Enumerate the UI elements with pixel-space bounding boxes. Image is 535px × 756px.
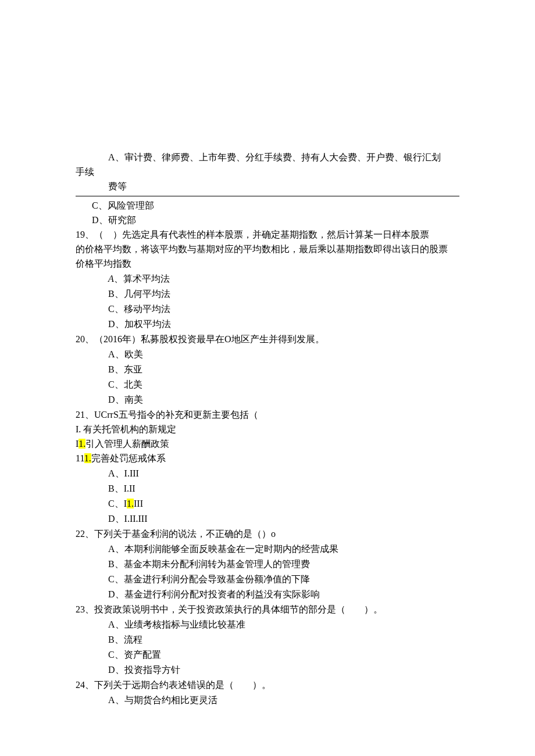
q20-stem: 20、（2016年）私募股权投资最早在O地区产生并得到发展。 xyxy=(76,332,459,346)
q21-option-c: C、I1.III xyxy=(76,497,459,511)
q21-option-c-post: III xyxy=(134,499,143,508)
q19-stem-line2: 的价格平均数，将该平均数与基期对应的平均数相比，最后乘以基期指数即得出该日的股票 xyxy=(76,242,459,256)
q22-option-b: B、基金本期未分配利润转为基金管理人的管理费 xyxy=(76,557,459,571)
post-hr-option-c: C、风险管理部 xyxy=(76,199,459,213)
q21-option-c-highlight: 1. xyxy=(127,499,134,508)
q23-option-d: D、投资指导方针 xyxy=(76,663,459,677)
q21-sub3-highlight: 1. xyxy=(84,453,91,463)
q19-option-a: A、算术平均法 xyxy=(76,272,459,286)
q21-sub3-pre: 11 xyxy=(76,453,84,463)
q19-option-d: D、加权平均法 xyxy=(76,317,459,331)
pre-hr-option-a-line2: 费等 xyxy=(76,180,459,194)
q21-stem: 21、UCrrS五号指令的补充和更新主要包括（ xyxy=(76,408,459,422)
q21-option-b: B、I.II xyxy=(76,482,459,496)
q21-option-d: D、I.II.III xyxy=(76,512,459,526)
q20-option-b: B、东亚 xyxy=(76,363,459,377)
q23-option-a: A、业绩考核指标与业绩比较基准 xyxy=(76,618,459,632)
pre-hr-hand-cont: 手续 xyxy=(76,165,459,179)
q21-option-a: A、I.III xyxy=(76,467,459,481)
post-hr-option-d: D、研究部 xyxy=(76,213,459,227)
q23-option-c: C、资产配置 xyxy=(76,648,459,662)
q22-option-d: D、基金进行利润分配对投资者的利益没有实际影响 xyxy=(76,587,459,601)
q24-option-a: A、与期货合约相比更灵活 xyxy=(76,693,459,707)
q19-option-b: B、几何平均法 xyxy=(76,287,459,301)
q23-stem: 23、投资政策说明书中，关于投资政策执行的具体细节的部分是（ ）。 xyxy=(76,603,459,617)
q19-option-a-letter: A xyxy=(108,274,114,284)
q19-stem-line3: 价格平均指数 xyxy=(76,257,459,271)
pre-hr-option-a-line1: A、审计费、律师费、上市年费、分红手续费、持有人大会费、开户费、银行汇划 xyxy=(76,151,459,164)
q21-sub2: I1.引入管理人薪酬政策 xyxy=(76,437,459,451)
q21-option-c-pre: C、I xyxy=(108,499,127,508)
q21-sub3: 111.完善处罚惩戒体系 xyxy=(76,452,459,465)
q21-sub2-highlight: 1. xyxy=(79,439,85,449)
q21-sub2-post: 引入管理人薪酬政策 xyxy=(85,439,169,449)
q20-option-d: D、南美 xyxy=(76,393,459,407)
q24-stem: 24、下列关于远期合约表述错误的是（ ）。 xyxy=(76,678,459,692)
q20-option-a: A、欧美 xyxy=(76,347,459,361)
q20-option-c: C、北美 xyxy=(76,378,459,392)
horizontal-rule xyxy=(76,196,459,196)
q23-option-b: B、流程 xyxy=(76,633,459,647)
q19-option-a-text: 、算术平均法 xyxy=(114,274,170,284)
q21-sub3-post: 完善处罚惩戒体系 xyxy=(91,453,166,463)
q22-stem: 22、下列关于基金利润的说法，不正确的是（）o xyxy=(76,527,459,541)
q22-option-a: A、本期利润能够全面反映基金在一定时期内的经营成果 xyxy=(76,542,459,556)
q19-option-c: C、移动平均法 xyxy=(76,302,459,316)
q19-stem-line1: 19、（ ）先选定具有代表性的样本股票，并确定基期指数，然后计算某一日样本股票 xyxy=(76,228,459,242)
q22-option-c: C、基金进行利润分配会导致基金份额净值的下降 xyxy=(76,572,459,586)
q21-sub1: I. 有关托管机构的新规定 xyxy=(76,422,459,436)
